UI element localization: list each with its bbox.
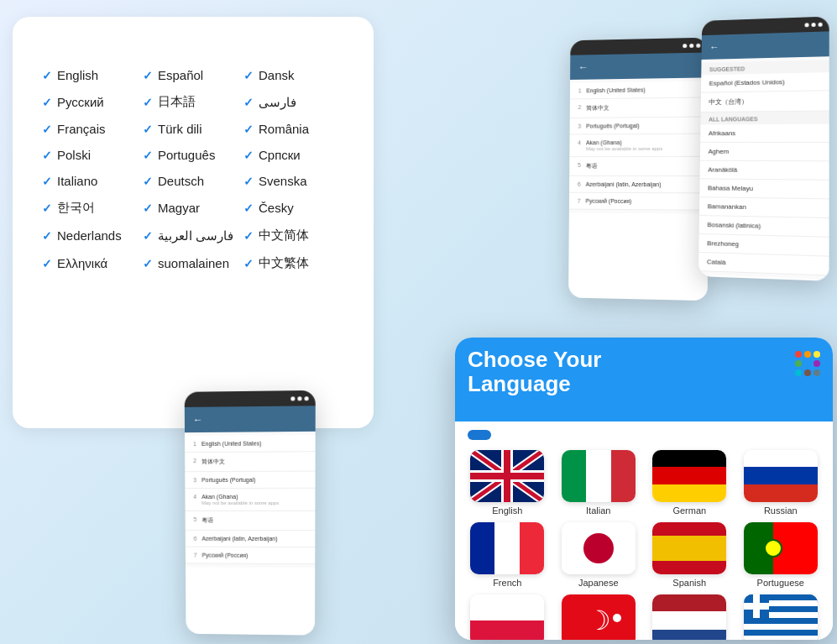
list-item[interactable]: 2简体中文 (185, 452, 315, 472)
wifi-icon (689, 43, 693, 47)
lang-label: Español (158, 68, 203, 82)
lang-label: 中文繁体 (259, 255, 309, 271)
lang-item: ✓한국어 (42, 195, 143, 221)
svg-rect-15 (744, 450, 818, 467)
flag-item[interactable]: French (465, 522, 550, 588)
lang-label: Svenska (259, 174, 307, 188)
list-item[interactable]: 5粤语 (569, 157, 707, 176)
wifi-icon-3 (297, 396, 301, 401)
lang-label: Српски (259, 148, 301, 162)
signal-icon-3 (290, 396, 295, 401)
lang-label: Français (57, 122, 106, 136)
flag-box (744, 594, 818, 640)
add-language-button-2[interactable] (186, 567, 315, 578)
lang-item: ✓Italiano (42, 169, 143, 193)
lang-label: Nederlands (57, 228, 122, 243)
choose-lang-body: EnglishItalianGermanRussianFrenchJapanes… (455, 421, 833, 640)
flag-label: German (672, 505, 706, 516)
flag-item[interactable]: Spanish (647, 522, 732, 588)
list-item[interactable]: 4Akan (Ghana)May not be available in som… (569, 134, 707, 158)
list-item[interactable]: 1English (United States) (570, 81, 708, 99)
list-item[interactable]: 3Português (Portugal) (185, 472, 315, 490)
check-icon: ✓ (243, 229, 254, 243)
flags-grid: EnglishItalianGermanRussianFrenchJapanes… (455, 450, 833, 640)
svg-rect-19 (494, 522, 520, 574)
lang-label: English (57, 68, 98, 82)
all-lang-item[interactable]: Català (698, 253, 829, 276)
battery-icon-2 (819, 22, 823, 26)
all-languages-header: All languages (700, 111, 829, 124)
list-item[interactable]: 7Русский (Россия) (569, 193, 708, 211)
all-lang-item[interactable]: Aranäkölä (700, 161, 829, 181)
suggested-lang-item[interactable]: Español (Estados Unidos) (701, 72, 829, 92)
back-arrow-icon-2[interactable]: ← (709, 41, 719, 53)
lang-item: ✓Dansk (243, 63, 344, 87)
lang-item: ✓România (243, 117, 344, 141)
flag-item[interactable]: Polish (465, 594, 550, 640)
phone-lang-pref-top: ← 1English (United States)2简体中文3Portuguê… (568, 38, 708, 301)
list-item[interactable]: 6Azerbaijani (latin, Azerbaijan) (569, 176, 708, 194)
list-item[interactable]: 4Akan (Ghana)May not be available in som… (185, 489, 315, 511)
svg-rect-11 (611, 450, 636, 502)
svg-rect-36 (652, 630, 726, 640)
dot (804, 369, 811, 376)
check-icon: ✓ (143, 69, 153, 82)
flag-item[interactable]: Greek (739, 594, 824, 640)
list-item[interactable]: 3Português (Portugal) (570, 118, 708, 135)
lang-label: Česky (259, 201, 294, 215)
suggested-lang-item[interactable]: 中文（台湾） (701, 91, 829, 113)
back-arrow-icon[interactable]: ← (578, 61, 589, 73)
dot (804, 351, 811, 358)
svg-rect-45 (744, 636, 818, 640)
flag-item[interactable]: Dutch (647, 594, 732, 640)
lang-item: ✓Русский (42, 89, 143, 115)
lang-label: România (259, 122, 309, 136)
all-lang-item[interactable]: Bamanankan (699, 197, 829, 218)
lang-label: فارسی العربية (158, 228, 233, 243)
check-icon: ✓ (42, 149, 52, 162)
back-arrow-icon-3[interactable]: ← (193, 414, 203, 426)
flag-box (652, 522, 726, 574)
svg-rect-49 (744, 603, 769, 610)
flag-item[interactable]: Japanese (557, 522, 641, 588)
list-item[interactable]: 2简体中文 (570, 97, 708, 118)
check-icon: ✓ (42, 257, 52, 270)
list-item[interactable]: 7Русский (Россия) (186, 547, 315, 565)
flag-box (744, 522, 818, 574)
dot (804, 360, 811, 367)
flag-item[interactable]: ☽Turkish (557, 594, 641, 640)
list-item[interactable]: 5粤语 (186, 511, 316, 531)
check-icon: ✓ (143, 96, 153, 109)
all-lang-item[interactable]: Aghem (700, 143, 829, 161)
all-langs-tab[interactable] (468, 430, 491, 440)
lang-item: ✓English (42, 63, 143, 87)
lang-label: 한국어 (57, 200, 95, 216)
languages-grid: ✓English✓Español✓Dansk✓Русский✓日本語✓فارسی… (42, 63, 344, 276)
flag-item[interactable]: Russian (739, 450, 824, 516)
lang-label: suomalainen (158, 256, 229, 270)
dot (795, 369, 802, 376)
dot (813, 351, 820, 358)
phone-lang-pref-content-2: 1English (United States)2简体中文3Português … (185, 432, 316, 568)
list-item[interactable]: 6Azerbaijani (latin, Azerbaijan) (186, 531, 316, 547)
phone-add-lang-content: SuggestedEspañol (Estados Unidos)中文（台湾）A… (698, 56, 829, 280)
flag-item[interactable]: German (647, 450, 732, 516)
lang-item: ✓Ελληνικά (42, 250, 143, 276)
add-language-button[interactable] (569, 212, 708, 224)
list-item[interactable]: 1English (United States) (185, 435, 316, 453)
check-icon: ✓ (143, 202, 153, 215)
lang-label: Русский (57, 95, 104, 109)
wifi-icon-2 (812, 22, 816, 26)
flag-item[interactable]: Italian (557, 450, 641, 516)
all-lang-item[interactable]: Afrikaans (700, 124, 829, 143)
flag-item[interactable]: English (465, 450, 550, 516)
flag-label: Portuguese (757, 578, 804, 588)
check-icon: ✓ (42, 123, 52, 136)
lang-item: ✓Nederlands (42, 223, 143, 249)
flag-item[interactable]: Portuguese (739, 522, 824, 588)
check-icon: ✓ (143, 123, 153, 136)
check-icon: ✓ (143, 229, 153, 243)
svg-rect-18 (470, 522, 494, 574)
all-lang-item[interactable]: Bahasa Melayu (699, 179, 829, 199)
lang-item: ✓中文繁体 (243, 250, 344, 276)
